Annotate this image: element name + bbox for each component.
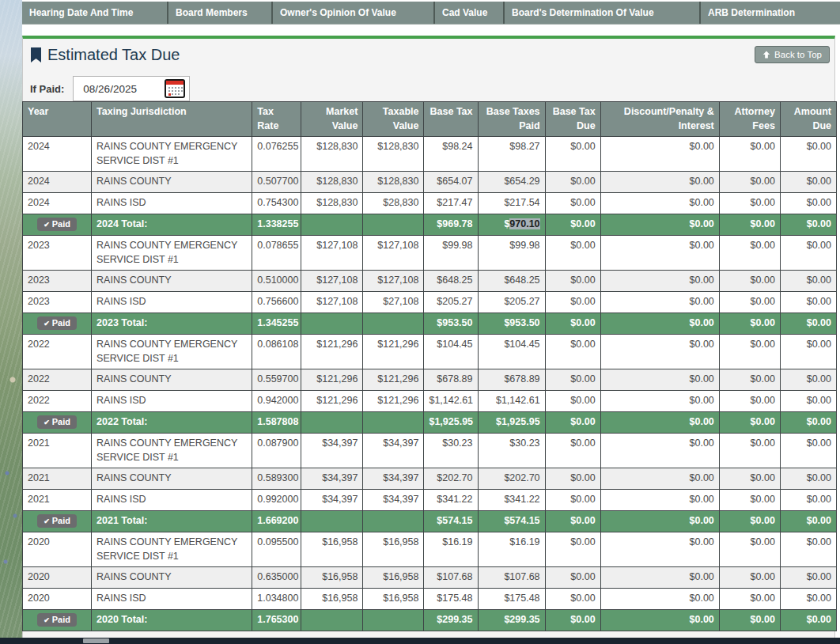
cell-base-tax: $678.89 — [424, 369, 478, 391]
cell-year: 2022 — [23, 369, 92, 391]
cell-base-tax-due: $0.00 — [545, 490, 600, 511]
tax-row: 2020RAINS COUNTY EMERGENCY SERVICE DIST … — [23, 532, 837, 567]
year-total-row: ✔Paid2023 Total:1.345255$953.50$953.50$0… — [23, 313, 837, 335]
cell-tax-rate: 1.338255 — [252, 214, 301, 236]
cell-base-taxes-paid: $205.27 — [478, 292, 545, 313]
cell-market-value: $128,830 — [301, 137, 363, 172]
cell-attorney-fees: $0.00 — [719, 532, 780, 567]
cell-base-tax: $648.25 — [424, 271, 478, 292]
cell-tax-rate: 1.034800 — [252, 589, 301, 610]
cell-tax-rate: 0.507700 — [252, 172, 301, 193]
tax-row: 2022RAINS ISD0.942000$121,296$121,296$1,… — [23, 391, 837, 412]
page: Hearing Date And Time Board Members Owne… — [22, 0, 840, 644]
check-icon: ✔ — [44, 616, 50, 624]
scrollbar-thumb[interactable] — [83, 638, 109, 643]
cell-year: 2021 — [23, 490, 92, 511]
cell-amount-due: $0.00 — [780, 271, 836, 292]
nav-item-hearing-date-and-time[interactable]: Hearing Date And Time — [22, 2, 168, 24]
cell-taxable-value — [363, 214, 424, 236]
cell-jurisdiction: RAINS COUNTY EMERGENCY SERVICE DIST #1 — [92, 236, 252, 271]
calendar-button[interactable] — [165, 79, 189, 98]
nav-item-board-members[interactable]: Board Members — [168, 2, 273, 24]
cell-base-tax-due: $0.00 — [545, 271, 600, 292]
selected-text: 970.10 — [509, 218, 539, 229]
cell-amount-due: $0.00 — [780, 292, 836, 313]
cell-market-value: $34,397 — [301, 468, 363, 490]
cell-taxable-value: $127,108 — [363, 236, 424, 271]
tax-table-body: 2024RAINS COUNTY EMERGENCY SERVICE DIST … — [23, 137, 837, 631]
cell-taxable-value: $27,108 — [363, 292, 424, 313]
cell-base-tax-due: $0.00 — [545, 610, 600, 631]
cell-year: ✔Paid — [23, 511, 92, 532]
cell-attorney-fees: $0.00 — [719, 511, 780, 532]
section-nav-bar: Hearing Date And Time Board Members Owne… — [22, 2, 840, 25]
cell-base-taxes-paid: $1,142.61 — [478, 391, 545, 412]
cell-base-tax: $16.19 — [424, 532, 478, 567]
cell-amount-due: $0.00 — [780, 335, 836, 369]
cell-jurisdiction: RAINS COUNTY — [92, 567, 252, 589]
cell-base-taxes-paid: $953.50 — [478, 313, 545, 335]
cell-amount-due: $0.00 — [780, 567, 836, 589]
page-viewport: Hearing Date And Time Board Members Owne… — [0, 0, 840, 644]
cell-jurisdiction: 2023 Total: — [92, 313, 252, 335]
cell-taxable-value: $121,296 — [363, 335, 424, 369]
cell-market-value — [301, 214, 363, 236]
tax-row: 2023RAINS ISD0.756600$127,108$27,108$205… — [23, 292, 837, 313]
horizontal-scrollbar[interactable] — [0, 638, 840, 644]
cell-attorney-fees: $0.00 — [719, 137, 780, 172]
cell-base-taxes-paid: $1,925.95 — [478, 412, 545, 434]
cell-tax-rate: 0.078655 — [252, 236, 301, 271]
nav-item-arb-determination[interactable]: ARB Determination — [701, 2, 840, 24]
cell-base-tax-due: $0.00 — [545, 137, 600, 172]
cell-discount-penalty-interest: $0.00 — [600, 335, 719, 369]
cell-taxable-value: $127,108 — [363, 271, 424, 292]
cell-taxable-value — [363, 511, 424, 532]
nav-item-owners-opinion-of-value[interactable]: Owner's Opinion Of Value — [273, 2, 435, 24]
cell-taxable-value: $121,296 — [363, 369, 424, 391]
cell-base-tax-due: $0.00 — [545, 172, 600, 193]
cell-taxable-value: $34,397 — [363, 490, 424, 511]
cell-year: 2023 — [23, 292, 92, 313]
cell-base-tax: $99.98 — [424, 236, 478, 271]
cell-taxable-value: $16,958 — [363, 589, 424, 610]
cell-base-tax: $654.07 — [424, 172, 478, 193]
cell-discount-penalty-interest: $0.00 — [600, 236, 719, 271]
cell-base-tax: $969.78 — [424, 214, 478, 236]
cell-tax-rate: 0.635000 — [252, 567, 301, 589]
cell-discount-penalty-interest: $0.00 — [600, 412, 719, 434]
cell-jurisdiction: RAINS COUNTY — [92, 172, 252, 193]
cell-base-tax-due: $0.00 — [545, 391, 600, 412]
tax-row: 2024RAINS ISD0.754300$128,830$28,830$217… — [23, 193, 837, 214]
cell-jurisdiction: 2021 Total: — [92, 511, 252, 532]
if-paid-date-input[interactable] — [74, 83, 156, 95]
calendar-icon — [165, 79, 185, 98]
nav-item-boards-determination-of-value[interactable]: Board's Determination Of Value — [505, 2, 701, 24]
if-paid-row: If Paid: — [30, 76, 190, 101]
cell-base-tax: $574.15 — [424, 511, 478, 532]
cell-attorney-fees: $0.00 — [719, 335, 780, 369]
cell-discount-penalty-interest: $0.00 — [600, 313, 719, 335]
paid-badge: ✔Paid — [37, 514, 77, 528]
tax-row: 2021RAINS COUNTY EMERGENCY SERVICE DIST … — [23, 434, 837, 468]
nav-item-cad-value[interactable]: Cad Value — [435, 2, 505, 24]
cell-attorney-fees: $0.00 — [719, 369, 780, 391]
cell-jurisdiction: RAINS ISD — [92, 490, 252, 511]
cell-attorney-fees: $0.00 — [719, 236, 780, 271]
paid-badge: ✔Paid — [37, 613, 77, 627]
estimated-tax-due-table: YearTaxing JurisdictionTax RateMarket Va… — [22, 101, 837, 631]
cell-base-tax: $104.45 — [424, 335, 478, 369]
cell-tax-rate: 0.086108 — [252, 335, 301, 369]
cell-base-tax: $107.68 — [424, 567, 478, 589]
cell-base-taxes-paid: $16.19 — [478, 532, 545, 567]
tax-row: 2024RAINS COUNTY0.507700$128,830$128,830… — [23, 172, 837, 193]
cell-discount-penalty-interest: $0.00 — [600, 137, 719, 172]
back-to-top-button[interactable]: Back to Top — [755, 46, 830, 63]
cell-base-tax-due: $0.00 — [545, 236, 600, 271]
tax-row: 2024RAINS COUNTY EMERGENCY SERVICE DIST … — [23, 137, 837, 172]
cell-attorney-fees: $0.00 — [719, 468, 780, 490]
tax-row: 2020RAINS COUNTY0.635000$16,958$16,958$1… — [23, 567, 837, 589]
cell-base-tax-due: $0.00 — [545, 511, 600, 532]
cell-amount-due: $0.00 — [780, 434, 836, 468]
cell-jurisdiction: 2024 Total: — [92, 214, 252, 236]
cell-year: 2020 — [23, 532, 92, 567]
